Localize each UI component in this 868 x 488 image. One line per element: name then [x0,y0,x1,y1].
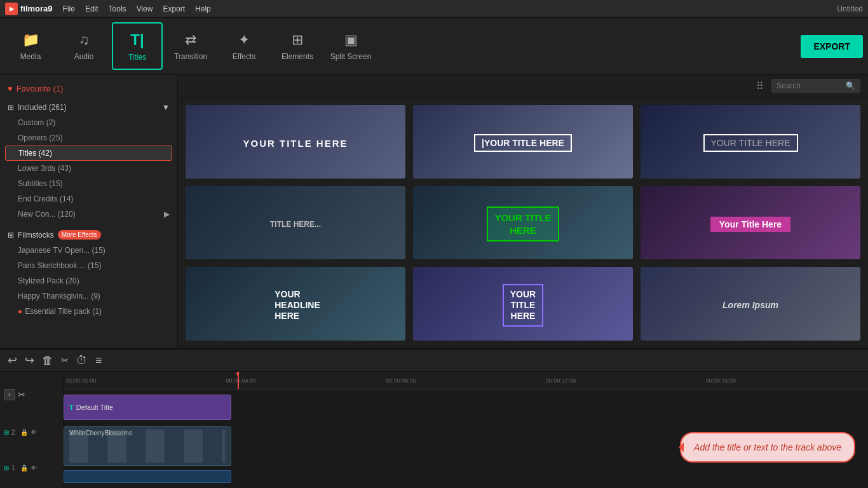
included-section[interactable]: ⊞ Included (261) ▼ [0,100,177,115]
tooltip-bubble: Add the title or text to the track above [680,432,855,463]
title-thumb-title3: TITLE HERE... [186,186,405,260]
toolbar-transition[interactable]: ⇄ Transition [165,22,216,70]
search-input[interactable] [776,81,842,90]
track2-icon: ⊞ [4,429,9,436]
filmstocks-icon: ⊞ [8,231,14,240]
sidebar-item-essential[interactable]: ● Essential Title pack (1) [0,304,177,319]
title-card-title1[interactable]: |YOUR TITLE HERE Title 1 [413,105,633,179]
menu-help[interactable]: Help [195,4,211,13]
timeline-tracks: 00:00:00:00 00:00:04:00 00:00:08:00 00:0… [64,372,868,488]
track-label-2: ⊞ 2 🔒 👁 [0,426,63,438]
toolbar-titles-label: Titles [128,53,146,62]
video-clip[interactable]: WhiteCherryBlossoms [64,426,231,466]
title-card-title8[interactable]: Lorem Ipsum Title 8 [641,267,860,341]
ruler-mark-2: 00:00:08:00 [386,377,546,384]
menu-file[interactable]: File [63,4,75,13]
settings-button[interactable]: ≡ [95,354,102,367]
track-row-audio [64,470,868,484]
add-track-button[interactable]: + [4,389,15,400]
menu-view[interactable]: View [137,4,153,13]
title-card-title7[interactable]: YOUR TITLE HERE Title 7 [413,267,633,341]
track1-lock-icon[interactable]: 🔒 [20,464,28,471]
undo-button[interactable]: ↩ [8,353,17,367]
track2-eye-icon[interactable]: 👁 [31,429,37,436]
timeline-toolbar: ↩ ↪ 🗑 ✂ ⏱ ≡ [0,349,868,372]
sidebar-item-subtitles[interactable]: Subtitles (15) [0,176,177,191]
track-label-1: ⊞ 1 🔒 👁 [0,462,63,474]
cut-button[interactable]: ✂ [61,355,69,365]
sidebar: ♥ Favourite (1) ⊞ Included (261) ▼ Custo… [0,75,178,348]
grid-view-toggle[interactable]: ⠿ [756,80,764,92]
title-thumb-title7: YOUR TITLE HERE [413,267,633,341]
sidebar-item-lower3rds[interactable]: Lower 3rds (43) [0,161,177,176]
sidebar-item-openers[interactable]: Openers (25) [0,130,177,146]
add-track-area: + ✂ [0,386,63,403]
track1-eye-icon[interactable]: 👁 [31,464,37,471]
track2-lock-icon[interactable]: 🔒 [20,429,28,436]
sidebar-item-endcredits[interactable]: End Credits (14) [0,191,177,207]
title-clip-icon: T [69,403,74,411]
main-area: ♥ Favourite (1) ⊞ Included (261) ▼ Custo… [0,75,868,348]
scissors-tool-icon[interactable]: ✂ [18,390,25,400]
toolbar-effects[interactable]: ✦ Effects [219,22,269,70]
menu-export[interactable]: Export [163,4,185,13]
title-thumb-default: YOUR TITLE HERE [186,105,405,179]
timer-button[interactable]: ⏱ [76,354,88,367]
content-panel: ⠿ 🔍 YOUR TITLE HERE Default Title |YOUR … [178,75,868,348]
sidebar-item-custom[interactable]: Custom (2) [0,115,177,130]
title-card-default[interactable]: YOUR TITLE HERE Default Title [186,105,405,179]
title-card-title5[interactable]: Your Title Here Title 5 [641,186,860,260]
toolbar-transition-label: Transition [174,52,207,61]
title-card-title6[interactable]: YOUR HEADLINE HERE Title 6 [186,267,405,341]
toolbar-elements[interactable]: ⊞ Elements [272,22,323,70]
menu-items: File Edit Tools View Export Help [63,4,211,13]
sidebar-item-paris[interactable]: Paris Sketchbook ... (15) [0,258,177,273]
elements-icon: ⊞ [292,32,303,48]
menu-edit[interactable]: Edit [85,4,98,13]
delete-button[interactable]: 🗑 [42,354,53,367]
export-button[interactable]: EXPORT [801,35,863,58]
title-card-title3[interactable]: TITLE HERE... Title 3 [186,186,405,260]
media-icon: 📁 [22,32,39,48]
playhead[interactable] [238,372,239,389]
app-name: filmora9 [20,4,53,13]
title-card-title4[interactable]: YOUR TITLE HERE Title 4 [413,186,633,260]
ruler-mark-0: 00:00:00:00 [66,377,226,384]
search-input-wrap: 🔍 [771,79,860,93]
toolbar-media-label: Media [20,52,41,61]
menu-tools[interactable]: Tools [109,4,126,13]
effects-icon: ✦ [238,32,250,48]
title-thumb-title4: YOUR TITLE HERE [413,186,633,260]
title-clip[interactable]: T Default Title [64,395,231,420]
audio-bar [64,470,231,483]
toolbar-media[interactable]: 📁 Media [5,22,56,70]
chevron-down-icon: ▼ [162,103,170,112]
window-title: Untitled [837,4,863,13]
title-thumb-title1: |YOUR TITLE HERE [413,105,633,179]
sidebar-item-happy[interactable]: Happy Thanksgivin... (9) [0,288,177,304]
track-labels: + ✂ ⊞ 2 🔒 👁 ⊞ 1 🔒 👁 [0,372,64,488]
track1-icon: ⊞ [4,464,9,471]
red-dot-icon: ● [18,307,22,316]
toolbar-splitscreen-label: Split Screen [330,52,372,61]
toolbar-audio-label: Audio [74,52,94,61]
titles-icon: T| [130,31,144,49]
favourite-bar[interactable]: ♥ Favourite (1) [0,80,177,100]
sidebar-item-stylized[interactable]: Stylized Pack (20) [0,273,177,288]
title-grid: YOUR TITLE HERE Default Title |YOUR TITL… [178,97,868,348]
redo-button[interactable]: ↪ [25,353,34,367]
track-row-2: T Default Title [64,392,868,423]
sidebar-item-titles[interactable]: Titles (42) [5,146,172,161]
audio-icon: ♫ [79,32,90,48]
sidebar-item-japanese[interactable]: Japanese TV Open... (15) [0,243,177,258]
ruler-mark-1: 00:00:04:00 [226,377,386,384]
title-clip-name: Default Title [76,403,113,411]
toolbar-audio[interactable]: ♫ Audio [58,22,109,70]
toolbar-splitscreen[interactable]: ▣ Split Screen [325,22,376,70]
sidebar-item-newcon[interactable]: New Con... (120) ▶ [0,207,177,222]
favourite-label: Favourite (1) [17,84,64,93]
more-effects-badge[interactable]: More Effects [58,230,101,240]
toolbar-titles[interactable]: T| Titles [112,22,163,70]
title-card-title2[interactable]: YOUR TITLE HERE Title 2 [641,105,860,179]
filmstocks-section: ⊞ Filmstocks More Effects [0,227,177,243]
